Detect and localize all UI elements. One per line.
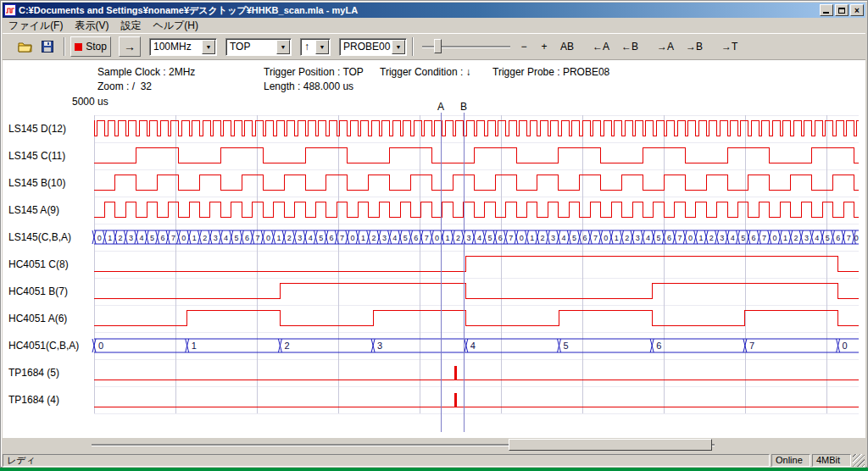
status-memory: 4MBit xyxy=(812,454,851,467)
goto-b-left-button[interactable]: ←B xyxy=(615,36,644,57)
wave-LS145 D(12) xyxy=(94,120,859,136)
window-title: C:¥Documents and Settings¥noname¥デスクトップ¥… xyxy=(19,4,818,17)
wave-LS145 B(10) xyxy=(94,175,859,190)
bus-value: 0 xyxy=(843,341,848,351)
wave-HC4051 B(7) xyxy=(94,283,859,298)
bus-value: 2 xyxy=(119,234,123,242)
open-folder-icon xyxy=(18,41,33,53)
ab-button[interactable]: AB xyxy=(554,36,580,57)
bus-value: 4 xyxy=(139,234,143,242)
menu-help[interactable]: ヘルプ(H) xyxy=(147,18,204,34)
menu-settings[interactable]: 設定 xyxy=(114,18,147,34)
menu-view[interactable]: 表示(V) xyxy=(69,18,114,34)
goto-a-right-button[interactable]: →A xyxy=(651,36,680,57)
waveform-canvas[interactable]: 0123456701234567012345670123456701234567… xyxy=(3,102,865,437)
menu-bar: ファイル(F) 表示(V) 設定 ヘルプ(H) xyxy=(3,18,865,33)
bus-value: 2 xyxy=(203,234,207,242)
bus-value: 7 xyxy=(677,234,682,242)
bus-value: 0 xyxy=(98,341,103,351)
goto-a-left-button[interactable]: ←A xyxy=(587,36,615,57)
minimize-button[interactable] xyxy=(820,4,833,16)
bus-value: 0 xyxy=(266,234,270,242)
resize-grip[interactable] xyxy=(853,454,865,467)
menu-file[interactable]: ファイル(F) xyxy=(3,18,69,34)
stop-icon xyxy=(75,43,82,51)
chevron-down-icon[interactable]: ▼ xyxy=(276,40,290,54)
sample-clock-value: 100MHz xyxy=(150,41,201,53)
zoom-slider-thumb[interactable] xyxy=(434,39,442,53)
bus-value: 5 xyxy=(403,234,408,242)
zoom-slider[interactable] xyxy=(422,37,510,56)
bus-value: 6 xyxy=(330,234,334,242)
length-info: Length : 488.000 us xyxy=(264,80,353,92)
bus-value: 6 xyxy=(245,234,249,242)
chevron-down-icon[interactable]: ▼ xyxy=(202,40,215,54)
trigger-edge-combo[interactable]: ↑ ▼ xyxy=(300,38,331,56)
bus-value: 6 xyxy=(582,234,587,242)
toolbar-separator xyxy=(412,37,414,56)
bus-value: 6 xyxy=(752,234,756,242)
bus-value: 1 xyxy=(530,234,534,242)
bus-value: 3 xyxy=(298,234,302,242)
bus-value: 7 xyxy=(340,234,344,242)
bus-value: 5 xyxy=(572,234,576,242)
bus-value: 1 xyxy=(192,234,197,242)
client-area: Sample Clock : 2MHz Trigger Position : T… xyxy=(3,60,865,438)
bus-value: 4 xyxy=(470,341,476,351)
goto-trigger-button[interactable]: →T xyxy=(715,36,743,57)
scrollbar-thumb[interactable] xyxy=(509,439,712,451)
bus-value: 5 xyxy=(826,234,830,242)
pulse-TP1684 (5) xyxy=(454,366,457,380)
bus-value: 7 xyxy=(509,234,513,242)
bus-value: 4 xyxy=(392,234,397,242)
bus-value: 4 xyxy=(731,234,735,242)
chevron-down-icon[interactable]: ▼ xyxy=(315,40,329,54)
bus-value: 2 xyxy=(541,234,545,242)
app-icon xyxy=(4,4,16,16)
bus-value: 7 xyxy=(847,234,851,242)
title-bar[interactable]: C:¥Documents and Settings¥noname¥デスクトップ¥… xyxy=(3,3,865,18)
app-window: C:¥Documents and Settings¥noname¥デスクトップ¥… xyxy=(0,0,868,468)
bus-value: 6 xyxy=(160,234,164,242)
run-button[interactable]: → xyxy=(119,36,141,57)
bus-value: 4 xyxy=(224,234,228,242)
zoom-out-button[interactable]: − xyxy=(514,36,534,57)
bus-value: 6 xyxy=(656,341,661,351)
stop-button[interactable]: Stop xyxy=(70,36,111,57)
bus-value: 5 xyxy=(235,234,239,242)
bus-value: 1 xyxy=(108,234,112,242)
status-online: Online xyxy=(771,454,810,467)
bus-value: 2 xyxy=(709,234,714,242)
status-bar: レディ Online 4MBit xyxy=(3,452,865,468)
bus-value: 3 xyxy=(551,234,555,242)
bus-value: 3 xyxy=(214,234,218,242)
trigger-position-value: TOP xyxy=(226,41,275,53)
goto-b-right-button[interactable]: →B xyxy=(680,36,709,57)
bus-value: 1 xyxy=(783,234,787,242)
bus-value: 5 xyxy=(657,234,661,242)
bus-value: 0 xyxy=(688,234,693,242)
bus-value: 5 xyxy=(741,234,745,242)
bus-value: 3 xyxy=(377,341,382,351)
bus-value: 4 xyxy=(309,234,313,242)
bus-value: 0 xyxy=(520,234,524,242)
toolbar: Stop → 100MHz ▼ TOP ▼ ↑ ▼ PROBE00 ▼ − + … xyxy=(3,33,865,60)
trigger-probe-value: PROBE00 xyxy=(340,41,391,53)
save-button[interactable] xyxy=(36,36,58,57)
marker-a-label: A xyxy=(437,102,444,113)
trigger-position-combo[interactable]: TOP ▼ xyxy=(225,38,292,56)
run-arrow-icon: → xyxy=(124,40,136,53)
bus-value: 0 xyxy=(772,234,776,242)
bus-value: 0 xyxy=(854,234,859,242)
trigger-condition-info: Trigger Condition : ↓ xyxy=(380,66,471,78)
chevron-down-icon[interactable]: ▼ xyxy=(392,40,405,54)
close-button[interactable]: × xyxy=(850,4,864,16)
open-button[interactable] xyxy=(14,36,36,57)
maximize-button[interactable] xyxy=(835,4,849,16)
sample-clock-combo[interactable]: 100MHz ▼ xyxy=(149,38,217,56)
zoom-in-button[interactable]: + xyxy=(534,36,554,57)
bus-value: 6 xyxy=(667,234,671,242)
bus-value: 0 xyxy=(435,234,439,242)
trigger-probe-combo[interactable]: PROBE00 ▼ xyxy=(339,38,407,56)
bus-value: 0 xyxy=(350,234,354,242)
